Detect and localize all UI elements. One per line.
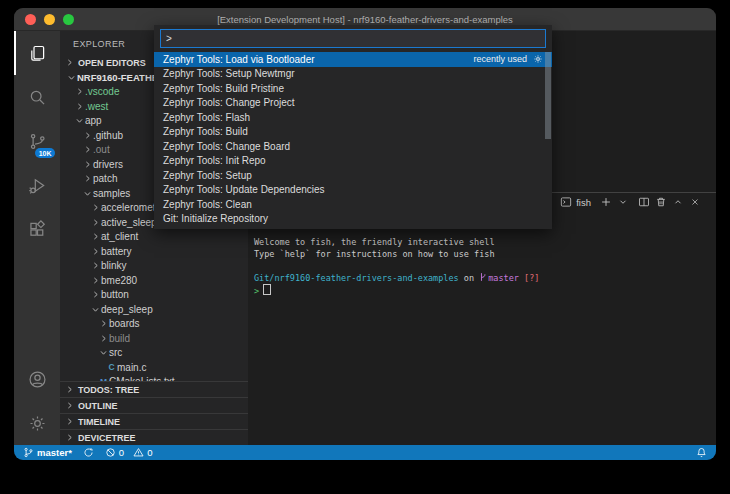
terminal-icon [559,196,572,209]
command-label: Zephyr Tools: Change Board [163,141,290,152]
command-label: Zephyr Tools: Change Project [163,97,295,108]
terminal-cursor [263,284,271,295]
command-palette-item[interactable]: Zephyr Tools: Build [154,125,552,140]
tree-row[interactable]: bme280 [60,273,248,288]
terminal-dropdown-button[interactable] [616,196,629,209]
tree-row[interactable]: battery [60,244,248,259]
chevron-right-icon [82,160,93,169]
accounts-menu[interactable] [14,357,60,401]
sidebar-section-todos-tree[interactable]: TODOS: TREE [60,381,248,397]
command-palette-item[interactable]: Zephyr Tools: Load via Bootloaderrecentl… [154,52,552,67]
c-file-icon: C [106,362,117,372]
tree-item-label: patch [93,173,117,184]
branch-icon [23,447,34,458]
sidebar-section-devicetree[interactable]: DEVICETREE [60,429,248,445]
palette-scrollbar[interactable] [545,52,551,139]
settings-menu[interactable] [14,401,60,445]
command-palette-item[interactable]: Zephyr Tools: Setup [154,168,552,183]
chevron-down-icon [82,189,93,198]
sync-changes-button[interactable] [83,447,94,458]
chevron-down-icon [90,305,101,314]
split-terminal-button[interactable] [637,196,650,209]
activity-search[interactable] [14,75,60,119]
activity-explorer[interactable] [14,31,60,75]
command-label: Zephyr Tools: Update Dependencies [163,184,325,195]
notifications-button[interactable] [696,447,707,458]
minimize-window-button[interactable] [44,14,55,25]
section-label: TIMELINE [78,417,120,427]
recently-used-label: recently used [473,54,527,64]
command-palette-item[interactable]: Zephyr Tools: Change Project [154,96,552,111]
chevron-right-icon [90,261,101,270]
section-label: OUTLINE [78,401,118,411]
tree-item-label: main.c [117,362,146,373]
tree-item-label: .west [85,101,108,112]
maximize-panel-button[interactable] [671,196,684,209]
tree-item-label: active_sleep [101,217,157,228]
activity-source-control[interactable]: 10K [14,119,60,163]
window-title: [Extension Development Host] - nrf9160-f… [217,14,513,25]
chevron-right-icon [82,131,93,140]
chevron-right-icon [64,385,75,394]
chevron-down-icon [98,348,109,357]
tree-item-label: bme280 [101,275,137,286]
tree-row[interactable]: at_client [60,230,248,245]
tree-item-label: .out [93,144,110,155]
chevron-right-icon [90,290,101,299]
traffic-lights [25,14,74,25]
git-branch-status[interactable]: master* [23,447,72,458]
command-palette-item[interactable]: Zephyr Tools: Update Dependencies [154,183,552,198]
terminal-text-segment: Welcome to fish, the friendly interactiv… [254,237,495,247]
activity-bar: 10K [14,31,60,445]
new-terminal-button[interactable] [599,196,612,209]
chevron-right-icon [90,218,101,227]
configure-keybinding-gear-icon[interactable] [533,54,543,64]
tree-row[interactable]: boards [60,317,248,332]
tree-row[interactable]: blinky [60,259,248,274]
activity-extensions[interactable] [14,207,60,251]
run-debug-icon [27,175,48,196]
tree-row[interactable]: build [60,331,248,346]
command-palette-item[interactable]: Zephyr Tools: Change Board [154,139,552,154]
command-label: Zephyr Tools: Init Repo [163,155,266,166]
extensions-icon [27,219,48,240]
terminal-text-segment: master [479,273,519,283]
close-window-button[interactable] [25,14,36,25]
chevron-right-icon [64,401,75,410]
command-palette-item[interactable]: Zephyr Tools: Flash [154,110,552,125]
command-palette-item[interactable]: Zephyr Tools: Setup Newtmgr [154,67,552,82]
bell-icon [696,447,707,458]
status-bar: master* 0 0 [14,445,716,460]
tree-item-label: samples [93,188,130,199]
command-palette-input[interactable] [160,29,546,48]
command-palette-item[interactable]: Git: Initialize Repository [154,212,552,227]
terminal-panel: fish [248,192,716,445]
search-icon [27,87,48,108]
command-palette-item[interactable]: Zephyr Tools: Build Pristine [154,81,552,96]
sidebar-section-outline[interactable]: OUTLINE [60,397,248,413]
chevron-right-icon [90,247,101,256]
chevron-right-icon [90,232,101,241]
problems-status[interactable]: 0 0 [105,447,153,458]
tree-row[interactable]: src [60,346,248,361]
tree-item-label: .github [93,130,123,141]
chevron-right-icon [90,203,101,212]
kill-terminal-button[interactable] [654,196,667,209]
zoom-window-button[interactable] [63,14,74,25]
sidebar-section-timeline[interactable]: TIMELINE [60,413,248,429]
tree-row[interactable]: deep_sleep [60,302,248,317]
prompt-branch-icon [479,272,487,282]
tree-row[interactable]: Cmain.c [60,360,248,375]
close-panel-button[interactable] [688,196,701,209]
activity-run-debug[interactable] [14,163,60,207]
sync-icon [83,447,94,458]
tree-row[interactable]: button [60,288,248,303]
command-palette-item[interactable]: Zephyr Tools: Init Repo [154,154,552,169]
command-label: Git: Initialize Repository [163,213,268,224]
chevron-right-icon [74,102,85,111]
terminal-tab-label[interactable]: fish [576,197,591,208]
command-palette-item[interactable]: Zephyr Tools: Clean [154,197,552,212]
command-label: Zephyr Tools: Setup Newtmgr [163,68,295,79]
terminal-text-segment: > [254,286,259,296]
terminal-text-segment: Git/nrf9160-feather-drivers-and-examples [254,273,459,283]
